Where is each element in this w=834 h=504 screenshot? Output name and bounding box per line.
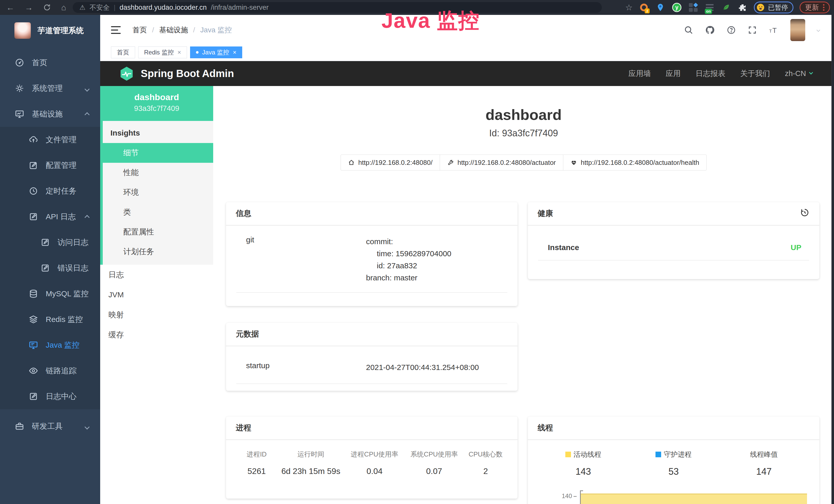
tab-java[interactable]: Java 监控 × [190,46,242,58]
threads-chart: 140 120 100 [538,487,809,504]
yellow-swatch-icon [565,452,571,457]
forward-icon[interactable]: → [25,3,33,12]
process-panel-title: 进程 [226,416,518,440]
column-header: 进程ID [236,450,277,459]
sba-side-item-metrics[interactable]: 性能 [103,163,213,183]
briefcase-icon [15,421,24,431]
sidebar-item-infra[interactable]: 基础设施 [0,101,100,127]
sba-side-item-caches[interactable]: 缓存 [100,325,213,345]
sidebar-item-file[interactable]: 文件管理 [0,127,100,153]
chevron-down-icon [85,422,89,431]
breadcrumb: 首页 / 基础设施 / Java 监控 [133,25,232,35]
cloud-upload-icon [29,135,38,144]
insights-group: Insights 细节 性能 环境 类 配置属性 计划任务 [100,121,213,265]
column-header: CPU核心数 [464,450,507,459]
svg-text:T: T [769,28,772,33]
sba-side-item-scheduled[interactable]: 计划任务 [103,242,213,261]
close-icon[interactable]: × [233,49,236,56]
sba-side-item-env[interactable]: 环境 [103,183,213,202]
sidebar-item-mysql[interactable]: MySQL 监控 [0,281,100,306]
sidebar-item-job[interactable]: 定时任务 [0,178,100,204]
sba-brand[interactable]: Spring Boot Admin [141,68,234,79]
app-logo-row: 芋道管理系统 [0,15,100,46]
database-icon [29,289,38,298]
annotation-java-monitor: Java 监控 [381,7,480,35]
chevron-down-icon [809,71,813,75]
collapse-sidebar-icon[interactable] [111,26,121,34]
browser-home-icon[interactable]: ⌂ [61,3,66,12]
breadcrumb-infra[interactable]: 基础设施 [159,25,188,35]
sba-nav-wallboard[interactable]: 应用墙 [629,69,651,79]
health-url-button[interactable]: http://192.168.0.2:48080/actuator/health [563,155,707,170]
sba-nav-about[interactable]: 关于我们 [740,69,770,79]
metadata-panel: 元数据 startup 2021-04-27T00:44:31.254+08:0… [226,323,518,391]
sidebar-item-access-log[interactable]: 访问日志 [0,230,100,255]
url-host: dashboard.yudao.iocoder.cn [119,4,206,12]
sba-side-item-logs[interactable]: 日志 [100,265,213,285]
sidebar-item-home[interactable]: 首页 [0,50,100,75]
browser-profile-button[interactable]: 已暂停 [754,2,793,13]
user-avatar[interactable] [790,19,805,41]
sidebar-item-system[interactable]: 系统管理 [0,75,100,101]
user-caret-icon[interactable] [817,28,820,32]
health-history-icon[interactable] [800,208,810,219]
help-icon[interactable] [727,25,736,35]
browser-update-button[interactable]: 更新 [799,2,830,13]
infra-submenu: 文件管理 配置管理 定时任务 API 日志 访问日志 [0,127,100,409]
extension-on-icon[interactable]: on [705,2,715,13]
extension-pin-icon[interactable] [655,2,665,13]
search-icon[interactable] [684,25,693,35]
sba-nav-applications[interactable]: 应用 [666,69,681,79]
sba-sidebar: dashboard 93a3fc7f7409 Insights 细节 性能 环境… [100,86,213,504]
extension-leaf-icon[interactable] [721,2,731,13]
sidebar-item-java[interactable]: Java 监控 [0,332,100,358]
home-icon [348,159,355,166]
font-size-icon[interactable]: TT [769,25,778,35]
sidebar-item-config[interactable]: 配置管理 [0,153,100,178]
sba-nav-journal[interactable]: 日志报表 [696,69,725,79]
sba-side-item-details[interactable]: 细节 [103,143,213,163]
not-secure-warning-icon: ⚠ [79,4,85,12]
admin-sidebar: 芋道管理系统 首页 系统管理 基础设施 文件管理 [0,15,100,504]
tag-view-bar: 首页 Redis 监控 × Java 监控 × [100,45,834,61]
github-icon[interactable] [705,25,715,35]
metadata-value: 2021-04-27T00:44:31.254+08:00 [366,361,479,373]
sba-content: dashboard Id: 93a3fc7f7409 http://192.16… [213,86,834,504]
service-url-button[interactable]: http://192.168.0.2:48080/ [341,155,440,170]
bookmark-star-icon[interactable]: ☆ [625,3,633,12]
fullscreen-icon[interactable] [748,25,757,35]
sidebar-item-trace[interactable]: 链路追踪 [0,358,100,384]
extension-grid-icon[interactable] [688,2,698,13]
extensions-puzzle-icon[interactable] [738,2,748,13]
window-scrollbar[interactable] [831,15,834,504]
app-logo [14,22,31,39]
tab-home[interactable]: 首页 [111,46,135,58]
sba-side-item-mappings[interactable]: 映射 [100,305,213,325]
screen: ← → ⌂ ⚠ 不安全 | dashboard.yudao.iocoder.cn… [0,0,834,504]
sba-side-item-jvm[interactable]: JVM [100,285,213,305]
instance-links: http://192.168.0.2:48080/ http://192.168… [213,155,834,170]
breadcrumb-current: Java 监控 [200,25,232,35]
extension-y-icon[interactable]: y [672,2,682,13]
sba-side-item-classes[interactable]: 类 [103,202,213,222]
breadcrumb-home[interactable]: 首页 [133,25,147,35]
reload-icon[interactable] [43,4,51,11]
close-icon[interactable]: × [177,49,181,56]
sba-side-item-configprops[interactable]: 配置属性 [103,222,213,242]
legend-daemon: 守护进程 [629,450,719,459]
tab-redis[interactable]: Redis 监控 × [138,46,187,58]
back-icon[interactable]: ← [6,3,14,12]
sidebar-item-log-center[interactable]: 日志中心 [0,384,100,409]
url-path: /infra/admin-server [211,4,269,12]
sidebar-item-redis[interactable]: Redis 监控 [0,306,100,332]
extension-orange-icon[interactable]: 1 [639,2,649,13]
sidebar-item-error-log[interactable]: 错误日志 [0,255,100,281]
sidebar-item-dev-tools[interactable]: 研发工具 [0,413,100,439]
threads-legend: 活动线程 143 守护进程 [538,450,809,477]
process-uptime: 6d 23h 15m 59s [277,466,345,476]
address-bar[interactable]: ⚠ 不安全 | dashboard.yudao.iocoder.cn/infra… [73,2,602,13]
threads-live-value: 143 [538,466,629,477]
sba-language-select[interactable]: zh-CN [785,69,812,78]
actuator-url-button[interactable]: http://192.168.0.2:48080/actuator [440,155,563,170]
sidebar-item-api-log[interactable]: API 日志 [0,204,100,230]
